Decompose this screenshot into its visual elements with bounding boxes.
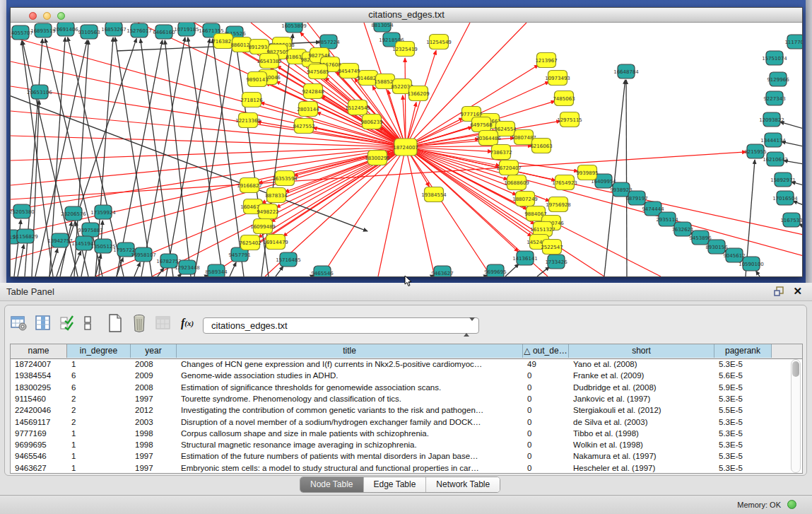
graph-node[interactable]: 12975115: [557, 112, 582, 127]
graph-node[interactable]: 8427552: [293, 119, 314, 134]
citation-network-graph[interactable]: 1872400724055707168935192069140693105631…: [11, 23, 802, 276]
graph-node[interactable]: 9699695: [484, 264, 506, 276]
column-header-out_de[interactable]: △ out_de…: [523, 344, 569, 358]
graph-node[interactable]: 6216063: [530, 139, 552, 153]
graph-node[interactable]: 6466160: [153, 25, 175, 39]
select-rows-icon[interactable]: [58, 314, 76, 332]
table-row[interactable]: 911546021997Tourette syndrome. Phenomeno…: [11, 393, 802, 404]
table-row[interactable]: 946554611997Estimation of the future num…: [11, 450, 802, 462]
table-row[interactable]: 1830029562008Estimation of significance …: [11, 382, 802, 393]
table-row[interactable]: 946362711997Embryonic stem cells: a mode…: [11, 462, 802, 474]
table-row[interactable]: 1938455462009Genome-wide association stu…: [11, 370, 802, 381]
graph-node[interactable]: 16543382: [257, 54, 282, 69]
column-header-pagerank[interactable]: pagerank: [714, 344, 772, 358]
graph-node[interactable]: 19166827: [237, 178, 262, 193]
graph-node[interactable]: 16914479: [263, 235, 288, 250]
graph-node[interactable]: 2522547: [541, 240, 563, 255]
table-row[interactable]: 1872400712008Changes of HCN gene express…: [11, 358, 802, 370]
table-row[interactable]: 977716911998Corpus callosum shape and si…: [11, 428, 802, 439]
network-window-titlebar[interactable]: citations_edges.txt: [11, 8, 802, 23]
function-builder-icon[interactable]: f(x): [178, 314, 196, 332]
graph-node[interactable]: 9227343: [763, 91, 785, 105]
graph-node[interactable]: 8930156: [705, 240, 728, 254]
graph-node-label: 9465546: [311, 271, 334, 276]
graph-node[interactable]: 7632621: [671, 222, 693, 236]
tab-node-table[interactable]: Node Table: [300, 477, 364, 492]
column-header-title[interactable]: title: [177, 344, 523, 358]
graph-node[interactable]: 9129966: [767, 72, 789, 86]
column-header-short[interactable]: short: [569, 344, 714, 358]
graph-node[interactable]: 9310563: [78, 25, 100, 39]
graph-node[interactable]: 10973493: [545, 71, 570, 86]
show-columns-icon[interactable]: [34, 314, 52, 332]
graph-node[interactable]: 16099489: [250, 219, 276, 234]
graph-node[interactable]: 8878334: [265, 188, 288, 203]
tab-network-table[interactable]: Network Table: [426, 477, 500, 492]
scrollbar-thumb[interactable]: [792, 361, 799, 377]
graph-node[interactable]: 9463627: [431, 266, 453, 276]
graph-node[interactable]: 18300295: [365, 151, 390, 165]
graph-node-label: 1167533: [780, 218, 802, 223]
graph-node[interactable]: 15124549: [345, 100, 370, 115]
graph-node[interactable]: 19756928: [546, 197, 571, 212]
graph-node[interactable]: 1213967: [535, 53, 557, 68]
delete-table-icon[interactable]: [130, 314, 148, 332]
graph-node-label: 12923448: [175, 265, 200, 271]
network-canvas[interactable]: 1872400724055707168935192069140693105631…: [11, 23, 802, 276]
close-panel-icon[interactable]: ✕: [793, 285, 802, 298]
graph-node[interactable]: 9465546: [311, 266, 334, 276]
graph-node[interactable]: 17654923: [552, 175, 577, 190]
graph-node[interactable]: 2718126: [240, 93, 263, 107]
table-cell: Genome-wide association studies in ADHD.: [177, 370, 523, 381]
column-header-in_degree[interactable]: in_degree: [67, 344, 131, 358]
graph-node[interactable]: 12325419: [392, 42, 418, 57]
graph-node[interactable]: 8813054: [371, 23, 394, 32]
graph-node[interactable]: 1167533: [780, 213, 802, 227]
memory-status-indicator[interactable]: [787, 500, 796, 509]
graph-node[interactable]: 11254549: [426, 35, 452, 49]
graph-node[interactable]: 9939895: [576, 165, 598, 180]
graph-node[interactable]: 7386372: [490, 145, 512, 160]
graph-node[interactable]: 19384554: [421, 187, 447, 202]
new-table-icon[interactable]: [106, 314, 124, 332]
graph-node[interactable]: 20364486: [476, 131, 501, 146]
table-cell: 5.3E-5: [714, 439, 772, 450]
table-selector-dropdown[interactable]: citations_edges.txt: [203, 317, 479, 334]
table-cell: Changes of HCN gene expression and I(f) …: [177, 358, 523, 370]
graph-node[interactable]: 1733426: [545, 255, 567, 269]
table-row[interactable]: 1456911722003Disruption of a novel membe…: [11, 416, 802, 428]
graph-node[interactable]: 12213369: [235, 113, 261, 128]
graph-node[interactable]: 8589344: [205, 264, 228, 276]
graph-node[interactable]: 9498222: [257, 204, 278, 219]
float-panel-icon[interactable]: [774, 286, 784, 296]
graph-node[interactable]: 2803144: [297, 102, 319, 117]
graph-node-label: 9242848: [302, 89, 324, 95]
graph-node[interactable]: 9045612: [723, 248, 745, 262]
rows-icon[interactable]: [82, 314, 93, 332]
graph-node[interactable]: 16353594: [272, 171, 298, 186]
graph-node[interactable]: 9890143: [246, 72, 268, 87]
column-header-year[interactable]: year: [131, 344, 177, 358]
graph-node[interactable]: 18807249: [512, 192, 538, 206]
graph-node[interactable]: 1366209: [407, 86, 429, 101]
graph-node[interactable]: 9806235: [360, 115, 382, 129]
graph-node[interactable]: 9475685: [307, 64, 329, 79]
table-settings-icon[interactable]: [10, 314, 28, 332]
graph-node[interactable]: 18724007: [393, 139, 418, 156]
graph-node[interactable]: 8215955: [744, 144, 766, 158]
table-cell: 5.3E-5: [714, 462, 772, 474]
graph-node[interactable]: 6879197: [625, 191, 647, 205]
graph-node[interactable]: 16720407: [496, 160, 522, 175]
tab-edge-table[interactable]: Edge Table: [364, 477, 427, 492]
graph-node[interactable]: 7625402: [239, 235, 261, 250]
table-row[interactable]: 969969511998Structural magnetic resonanc…: [11, 439, 802, 450]
graph-node[interactable]: 1117706: [784, 35, 802, 49]
table-row[interactable]: 2242004622012Investigating the contribut…: [11, 404, 802, 416]
graph-node[interactable]: 10688609: [504, 175, 529, 190]
graph-node[interactable]: 6497568: [470, 117, 492, 132]
graph-node[interactable]: 7857224: [317, 35, 340, 49]
graph-node[interactable]: 7485063: [553, 91, 575, 106]
column-header-name[interactable]: name: [11, 344, 67, 358]
table-vertical-scrollbar[interactable]: [791, 359, 801, 473]
graph-node[interactable]: 9242848: [302, 84, 324, 99]
